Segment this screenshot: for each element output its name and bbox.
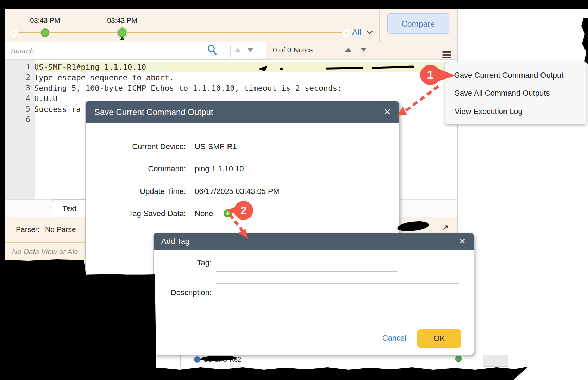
tag-label: Tag:: [154, 258, 212, 267]
line-number: 4: [4, 94, 30, 103]
code-line: US-SMF-R1#ping 1.1.10.10: [34, 63, 146, 71]
field-label: Current Device:: [86, 142, 186, 151]
status-icon: [455, 356, 462, 362]
screenshot-canvas: 03:43 PM 03:43 PM ‹ › All Compare 0 of 0…: [0, 0, 588, 380]
cursor-redaction-mark: [255, 64, 269, 73]
menu-item-save-all[interactable]: Save All Command Outputs: [455, 86, 581, 100]
menu-item-view-log[interactable]: View Execution Log: [455, 104, 581, 119]
callout-number: 1: [427, 68, 434, 81]
table-divider: [180, 355, 181, 367]
field-label: Tag Saved Data:: [86, 209, 186, 218]
timeline-time-label-2: 03:43 PM: [101, 17, 143, 25]
search-input[interactable]: [10, 44, 201, 58]
callout-arrow-1: [391, 83, 444, 120]
search-prev-match-icon[interactable]: [234, 48, 241, 52]
line-number: 5: [4, 105, 30, 113]
expand-icon[interactable]: ↗: [442, 223, 449, 232]
command-output-menu: Save Current Command Output Save All Com…: [445, 62, 586, 125]
field-label: Update Time:: [86, 187, 186, 196]
torn-edge-bottom-left: [0, 259, 156, 380]
dialog-header: [154, 233, 474, 250]
table-cell: [483, 355, 508, 367]
code-line: Sending 5, 100-byte ICMP Echos to 1.1.10…: [34, 84, 342, 93]
tab-text[interactable]: Text: [52, 200, 87, 217]
field-label: Command:: [86, 164, 186, 173]
close-icon[interactable]: ✕: [459, 233, 466, 250]
compare-button[interactable]: Compare: [387, 13, 449, 34]
timeline-track[interactable]: [14, 32, 346, 33]
description-input[interactable]: [216, 283, 459, 321]
ok-button[interactable]: OK: [417, 329, 461, 348]
torn-edge-top-right: [579, 18, 588, 64]
parser-value[interactable]: No Parse: [45, 225, 76, 234]
dialog-title: Add Tag: [161, 233, 189, 250]
search-divider: [230, 45, 231, 57]
timeline-time-label-1: 03:43 PM: [24, 17, 66, 25]
timeline-point-1[interactable]: [41, 28, 49, 37]
timeline-prev-button[interactable]: ‹: [10, 28, 19, 37]
timeline-position-marker: [120, 37, 125, 40]
menu-icon[interactable]: [442, 51, 451, 58]
empty-state-message: No Data View or Ale: [12, 247, 78, 256]
code-line: Type escape sequence to abort.: [34, 73, 174, 82]
line-number: 1: [4, 63, 30, 71]
dialog-title: Save Current Command Output: [94, 101, 213, 123]
chevron-left-icon: ‹: [13, 28, 15, 36]
parser-label: Parser:: [16, 225, 40, 234]
timeline-point-2-selected[interactable]: [118, 28, 126, 37]
search-icon[interactable]: [207, 45, 217, 55]
code-line: Success ra: [34, 105, 81, 114]
cancel-button[interactable]: Cancel: [377, 334, 412, 343]
chevron-right-icon: ›: [345, 28, 348, 36]
notes-counter: 0 of 0 Notes: [273, 46, 313, 54]
torn-edge-bottom: [0, 366, 528, 380]
line-number: 2: [4, 73, 30, 82]
device-icon: [194, 356, 200, 363]
menu-item-save-current[interactable]: Save Current Command Output: [455, 68, 581, 82]
callout-arrow-2: [224, 211, 259, 243]
timeline-range-dropdown[interactable]: All: [352, 28, 361, 37]
notes-prev-icon[interactable]: [345, 48, 351, 52]
field-value: ping 1.1.10.10: [195, 164, 244, 173]
close-icon[interactable]: ✕: [383, 101, 391, 123]
code-line: U.U.U: [34, 94, 57, 103]
chevron-down-icon[interactable]: [367, 31, 373, 34]
topbar-divider: [379, 8, 380, 42]
field-value: 06/17/2025 03:43:05 PM: [195, 187, 280, 196]
field-value: US-SMF-R1: [195, 142, 237, 151]
timeline-next-button[interactable]: ›: [342, 28, 351, 37]
description-label: Description:: [154, 288, 212, 297]
table-divider: [448, 355, 448, 367]
line-number: 6: [4, 115, 30, 124]
redaction-mark: [280, 68, 283, 70]
field-value: None: [195, 209, 213, 218]
add-tag-dialog: Add Tag ✕ Tag: Description: Cancel OK: [154, 233, 474, 355]
line-number: 3: [4, 84, 30, 92]
tag-input[interactable]: [216, 254, 398, 272]
search-next-match-icon[interactable]: [247, 48, 254, 52]
notes-next-icon[interactable]: [361, 48, 367, 52]
torn-edge-top: [0, 0, 588, 9]
